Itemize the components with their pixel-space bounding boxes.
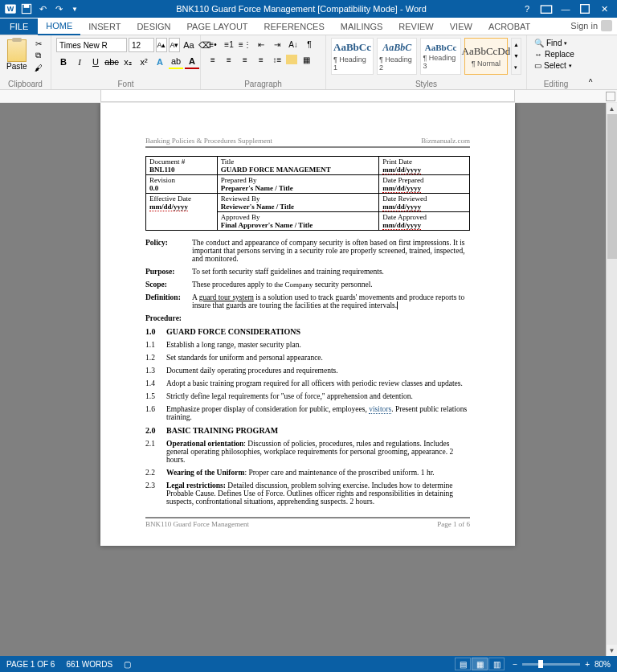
quick-access-toolbar: W ↶ ↷ ▼ — [3, 2, 82, 16]
tab-acrobat[interactable]: ACROBAT — [480, 18, 538, 35]
collapse-ribbon-icon[interactable]: ^ — [585, 35, 596, 89]
tab-insert[interactable]: INSERT — [80, 18, 129, 35]
sign-in-link[interactable]: Sign in — [566, 17, 617, 35]
proofing-icon[interactable]: ▢ — [124, 660, 131, 669]
align-center-icon[interactable]: ≡ — [222, 53, 236, 66]
tab-references[interactable]: REFERENCES — [256, 18, 333, 35]
word-app-icon[interactable]: W — [3, 2, 18, 16]
italic-button[interactable]: I — [72, 55, 87, 69]
style-name: ¶ Heading 1 — [333, 55, 371, 72]
ribbon-display-icon[interactable] — [540, 2, 553, 15]
align-right-icon[interactable]: ≡ — [238, 53, 252, 66]
borders-icon[interactable]: ▦ — [299, 53, 313, 66]
style-preview: AaBbCc — [333, 41, 371, 54]
style-heading1[interactable]: AaBbCc¶ Heading 1 — [331, 38, 374, 75]
ribbon-tabs: FILE HOME INSERT DESIGN PAGE LAYOUT REFE… — [0, 18, 617, 35]
horizontal-ruler[interactable] — [100, 90, 515, 102]
font-name-input[interactable] — [56, 38, 127, 52]
group-label-clipboard: Clipboard — [5, 78, 46, 88]
item-num: 1.2 — [145, 354, 166, 362]
scroll-up-icon[interactable]: ▲ — [607, 103, 617, 114]
underline-button[interactable]: U — [88, 55, 103, 69]
superscript-icon[interactable]: x² — [137, 55, 151, 69]
svg-rect-5 — [581, 5, 590, 14]
zoom-thumb[interactable] — [538, 660, 543, 668]
bullets-icon[interactable]: ≡• — [206, 38, 220, 51]
zoom-slider[interactable] — [522, 663, 580, 666]
styles-more-icon[interactable]: ▲▼▾ — [511, 38, 521, 75]
meta-value: BNL110 — [149, 166, 175, 174]
numbering-icon[interactable]: ≡1 — [222, 38, 236, 51]
style-heading2[interactable]: AaBbC¶ Heading 2 — [377, 38, 417, 75]
subscript-icon[interactable]: x₂ — [121, 55, 135, 69]
decrease-indent-icon[interactable]: ⇤ — [254, 38, 268, 51]
multilevel-list-icon[interactable]: ≡⋮ — [238, 38, 252, 51]
strikethrough-icon[interactable]: abc — [104, 55, 119, 69]
word-count[interactable]: 661 WORDS — [66, 660, 112, 669]
replace-button[interactable]: ↔Replace — [532, 49, 577, 59]
justify-icon[interactable]: ≡ — [254, 53, 268, 66]
help-icon[interactable]: ? — [521, 2, 533, 15]
read-mode-icon[interactable]: ▤ — [455, 658, 471, 670]
replace-icon: ↔ — [534, 50, 542, 59]
zoom-out-icon[interactable]: − — [513, 660, 517, 669]
tab-home[interactable]: HOME — [38, 18, 80, 35]
align-left-icon[interactable]: ≡ — [206, 53, 220, 66]
redo-icon[interactable]: ↷ — [51, 2, 66, 16]
scope-text: These procedures apply to the Company se… — [192, 281, 470, 289]
increase-indent-icon[interactable]: ⇥ — [270, 38, 284, 51]
scroll-thumb[interactable] — [607, 114, 617, 259]
document-page[interactable]: Banking Policies & Procedures Supplement… — [100, 103, 515, 546]
print-layout-icon[interactable]: ▦ — [472, 658, 488, 670]
style-name: ¶ Heading 3 — [423, 54, 458, 70]
header-right: Bizmanualz.com — [421, 137, 470, 145]
format-painter-icon[interactable]: 🖌 — [32, 62, 45, 73]
tab-review[interactable]: REVIEW — [390, 18, 441, 35]
qat-dropdown-icon[interactable]: ▼ — [67, 2, 82, 16]
meta-value: GUARD FORCE MANAGEMENT — [221, 166, 331, 174]
grow-font-icon[interactable]: A▴ — [156, 38, 167, 52]
shrink-font-icon[interactable]: A▾ — [169, 38, 180, 52]
find-button[interactable]: 🔍Find ▾ — [532, 38, 577, 48]
scroll-down-icon[interactable]: ▼ — [607, 645, 617, 656]
tab-mailings[interactable]: MAILINGS — [333, 18, 391, 35]
text-effects-icon[interactable]: A — [153, 55, 167, 69]
style-preview: AaBbCcDd — [462, 45, 511, 58]
copy-icon[interactable]: ⧉ — [32, 50, 45, 61]
minimize-icon[interactable]: — — [559, 2, 572, 15]
ruler-toggle[interactable] — [606, 92, 615, 101]
web-layout-icon[interactable]: ▥ — [488, 658, 505, 670]
save-icon[interactable] — [19, 2, 34, 16]
maximize-icon[interactable] — [578, 2, 591, 15]
style-heading3[interactable]: AaBbCc¶ Heading 3 — [420, 38, 460, 75]
sort-icon[interactable]: A↓ — [286, 38, 300, 51]
cut-icon[interactable]: ✂ — [32, 38, 45, 49]
change-case-icon[interactable]: Aa — [182, 38, 196, 52]
tab-view[interactable]: VIEW — [442, 18, 480, 35]
select-button[interactable]: ▭Select ▾ — [532, 60, 577, 71]
sign-in-label: Sign in — [570, 21, 598, 31]
tab-design[interactable]: DESIGN — [129, 18, 178, 35]
paste-button[interactable]: Paste — [5, 38, 29, 72]
undo-icon[interactable]: ↶ — [35, 2, 50, 16]
page-indicator[interactable]: PAGE 1 OF 6 — [6, 660, 55, 669]
close-icon[interactable]: ✕ — [598, 2, 611, 15]
highlight-icon[interactable]: ab — [169, 55, 183, 69]
tab-file[interactable]: FILE — [0, 18, 38, 35]
shading-icon[interactable] — [286, 55, 297, 64]
show-hide-icon[interactable]: ¶ — [302, 38, 317, 51]
font-color-icon[interactable]: A — [185, 55, 199, 69]
svg-text:W: W — [7, 5, 14, 13]
item-text: Set standards for uniform and personal a… — [166, 354, 470, 362]
style-normal[interactable]: AaBbCcDd¶ Normal — [464, 38, 508, 75]
tab-page-layout[interactable]: PAGE LAYOUT — [179, 18, 256, 35]
zoom-in-icon[interactable]: + — [585, 660, 590, 669]
scope-label: Scope: — [145, 281, 192, 289]
bold-button[interactable]: B — [56, 55, 71, 69]
scope-row: Scope:These procedures apply to the Comp… — [145, 281, 470, 289]
zoom-level[interactable]: 80% — [595, 660, 611, 669]
meta-value: mm/dd/yyyy — [382, 221, 421, 230]
line-spacing-icon[interactable]: ↕≡ — [270, 53, 284, 66]
font-size-input[interactable] — [129, 38, 154, 52]
document-area: Banking Policies & Procedures Supplement… — [0, 103, 606, 656]
